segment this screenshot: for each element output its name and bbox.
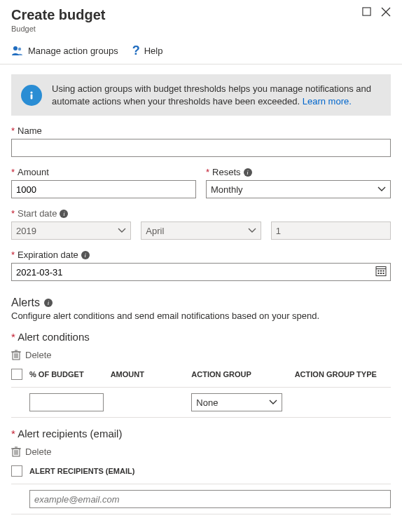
- svg-rect-9: [378, 271, 380, 272]
- chevron-down-icon: [269, 400, 277, 405]
- col-amount: AMOUNT: [111, 370, 185, 378]
- alerts-description: Configure alert conditions and send emai…: [11, 311, 391, 321]
- svg-rect-0: [363, 8, 370, 15]
- trash-icon: [11, 350, 21, 360]
- alerts-heading: Alerts i: [11, 296, 391, 309]
- table-row: None: [11, 387, 391, 418]
- svg-rect-13: [380, 273, 382, 274]
- svg-point-5: [30, 91, 32, 93]
- col-pct: % OF BUDGET: [29, 370, 104, 378]
- help-button[interactable]: ? Help: [132, 44, 163, 57]
- amount-label: Amount: [11, 167, 196, 177]
- start-year-select: 2019: [11, 221, 131, 240]
- svg-rect-11: [383, 271, 384, 272]
- name-input[interactable]: [11, 139, 391, 157]
- delete-recipients-button[interactable]: Delete: [11, 446, 391, 457]
- page-subtitle: Budget: [11, 25, 391, 33]
- start-month-select: April: [141, 221, 261, 240]
- svg-rect-10: [380, 271, 382, 272]
- conditions-table-header: % OF BUDGET AMOUNT ACTION GROUP ACTION G…: [11, 369, 391, 387]
- col-recipients: ALERT RECIPIENTS (EMAIL): [29, 467, 391, 475]
- chevron-down-icon: [377, 186, 386, 192]
- people-icon: [11, 45, 24, 56]
- select-all-recipients-checkbox[interactable]: [11, 465, 22, 477]
- alert-recipients-heading: Alert recipients (email): [11, 428, 391, 439]
- svg-point-3: [13, 46, 18, 50]
- info-icon[interactable]: i: [244, 168, 252, 177]
- amount-input[interactable]: [11, 180, 196, 198]
- expiration-label: Expiration date i: [11, 250, 391, 260]
- info-icon[interactable]: i: [60, 210, 68, 218]
- close-icon[interactable]: [381, 7, 391, 17]
- restore-icon[interactable]: [362, 7, 371, 17]
- action-group-select[interactable]: None: [191, 393, 282, 411]
- trash-icon: [11, 446, 21, 457]
- select-all-checkbox[interactable]: [11, 369, 22, 380]
- chevron-down-icon: [118, 228, 126, 233]
- table-row: [11, 484, 391, 514]
- svg-point-4: [18, 48, 21, 50]
- resets-select[interactable]: Monthly: [206, 180, 391, 198]
- name-label: Name: [11, 125, 391, 136]
- delete-conditions-button[interactable]: Delete: [11, 350, 391, 360]
- col-action-group: ACTION GROUP: [191, 370, 287, 378]
- info-icon[interactable]: i: [44, 299, 53, 307]
- resets-label: Resets i: [206, 167, 391, 177]
- info-icon[interactable]: i: [81, 251, 90, 259]
- learn-more-link[interactable]: Learn more.: [303, 96, 352, 107]
- svg-rect-6: [31, 94, 33, 99]
- page-title: Create budget: [11, 7, 391, 23]
- svg-rect-12: [378, 273, 380, 274]
- manage-action-groups-label: Manage action groups: [28, 46, 118, 56]
- info-icon: [21, 85, 42, 106]
- svg-rect-14: [383, 273, 384, 274]
- manage-action-groups-button[interactable]: Manage action groups: [11, 45, 118, 56]
- alert-conditions-heading: Alert conditions: [11, 331, 391, 343]
- col-action-group-type: ACTION GROUP TYPE: [295, 370, 391, 378]
- expiration-input[interactable]: [11, 263, 391, 281]
- help-icon: ?: [132, 44, 140, 57]
- info-banner: Using action groups with budget threshol…: [11, 74, 391, 116]
- start-date-label: Start date i: [11, 208, 391, 219]
- help-label: Help: [144, 46, 163, 56]
- recipients-table-header: ALERT RECIPIENTS (EMAIL): [11, 465, 391, 484]
- calendar-icon[interactable]: [375, 266, 387, 279]
- chevron-down-icon: [248, 228, 256, 233]
- start-day-input: [271, 221, 391, 240]
- pct-of-budget-input[interactable]: [29, 393, 104, 411]
- recipient-email-input[interactable]: [29, 490, 391, 508]
